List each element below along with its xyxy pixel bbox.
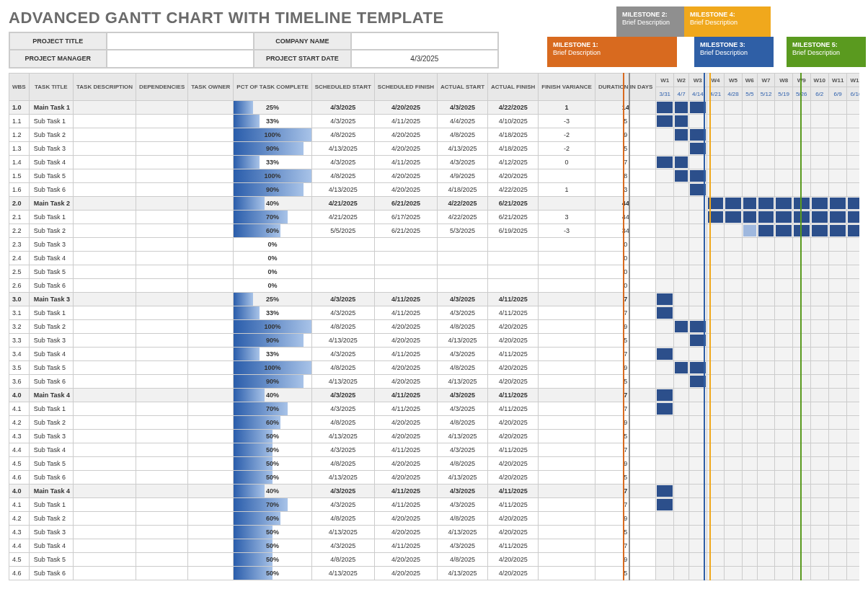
title-cell[interactable]: Main Task 4 [29, 485, 73, 498]
pct-cell[interactable]: 33% [234, 348, 311, 361]
cell[interactable]: 4/13/2025 [438, 334, 488, 348]
gantt-cell[interactable] [656, 211, 674, 224]
cell[interactable]: 4/3/2025 [438, 389, 488, 402]
gantt-cell[interactable] [792, 293, 810, 306]
gantt-cell[interactable] [792, 115, 810, 128]
cell[interactable]: 4/3/2025 [311, 539, 374, 553]
table-row[interactable]: 4.1Sub Task 170%4/3/20254/11/20254/3/202… [9, 402, 860, 416]
gantt-cell[interactable] [656, 156, 674, 169]
cell[interactable]: 4/20/2025 [488, 512, 539, 526]
table-row[interactable]: 1.3Sub Task 390%4/13/20254/20/20254/13/2… [9, 142, 860, 156]
gantt-cell[interactable] [656, 471, 674, 485]
gantt-cell[interactable] [742, 348, 757, 361]
wbs-cell[interactable]: 3.0 [9, 293, 30, 306]
gantt-cell[interactable] [725, 306, 743, 320]
gantt-cell[interactable] [742, 485, 757, 498]
gantt-cell[interactable] [828, 471, 846, 485]
gantt-cell[interactable] [725, 430, 743, 443]
cell[interactable]: 9 [595, 128, 656, 142]
cell[interactable]: 4/8/2025 [438, 416, 488, 430]
title-cell[interactable]: Sub Task 5 [29, 265, 73, 279]
gantt-cell[interactable] [656, 375, 674, 389]
cell[interactable]: -2 [539, 142, 595, 156]
cell[interactable]: 4/18/2025 [488, 128, 539, 142]
gantt-cell[interactable] [775, 142, 793, 156]
cell[interactable] [188, 293, 234, 306]
wbs-cell[interactable]: 3.2 [9, 320, 30, 334]
gantt-cell[interactable] [689, 512, 707, 526]
cell[interactable]: 4/13/2025 [311, 567, 374, 580]
gantt-cell[interactable] [725, 169, 743, 183]
cell[interactable] [74, 211, 136, 224]
cell[interactable]: 6/21/2025 [488, 197, 539, 211]
pct-cell[interactable]: 70% [234, 211, 311, 224]
gantt-cell[interactable] [725, 512, 743, 526]
title-cell[interactable]: Sub Task 4 [29, 539, 73, 553]
gantt-cell[interactable] [757, 498, 775, 512]
gantt-cell[interactable] [689, 430, 707, 443]
gantt-cell[interactable] [656, 389, 674, 402]
gantt-cell[interactable] [847, 156, 859, 169]
table-row[interactable]: 1.2Sub Task 2100%4/8/20254/20/20254/8/20… [9, 128, 860, 142]
cell[interactable] [438, 252, 488, 265]
cell[interactable]: 4/21/2025 [311, 211, 374, 224]
gantt-cell[interactable] [847, 375, 859, 389]
cell[interactable]: 4/20/2025 [374, 553, 437, 567]
gantt-cell[interactable] [689, 293, 707, 306]
gantt-cell[interactable] [792, 416, 810, 430]
title-cell[interactable]: Sub Task 4 [29, 252, 73, 265]
gantt-cell[interactable] [775, 279, 793, 293]
gantt-cell[interactable] [757, 293, 775, 306]
table-row[interactable]: 4.4Sub Task 450%4/3/20254/11/20254/3/202… [9, 443, 860, 457]
gantt-cell[interactable] [828, 156, 846, 169]
title-cell[interactable]: Sub Task 2 [29, 320, 73, 334]
wbs-cell[interactable]: 4.1 [9, 402, 30, 416]
cell[interactable] [539, 306, 595, 320]
cell[interactable]: 4/13/2025 [311, 375, 374, 389]
cell[interactable] [136, 183, 188, 197]
cell[interactable]: 4/8/2025 [438, 320, 488, 334]
gantt-cell[interactable] [828, 197, 846, 211]
title-cell[interactable]: Sub Task 4 [29, 443, 73, 457]
gantt-cell[interactable] [656, 279, 674, 293]
gantt-cell[interactable] [742, 265, 757, 279]
gantt-cell[interactable] [775, 224, 793, 238]
gantt-cell[interactable] [792, 539, 810, 553]
cell[interactable] [74, 402, 136, 416]
gantt-cell[interactable] [775, 238, 793, 252]
field-project-title[interactable] [107, 32, 254, 50]
gantt-cell[interactable] [689, 320, 707, 334]
cell[interactable]: 4/20/2025 [488, 361, 539, 375]
cell[interactable] [74, 485, 136, 498]
cell[interactable]: 4/22/2025 [488, 101, 539, 115]
gantt-cell[interactable] [725, 224, 743, 238]
cell[interactable]: 6/17/2025 [374, 211, 437, 224]
gantt-cell[interactable] [742, 512, 757, 526]
gantt-cell[interactable] [828, 361, 846, 375]
gantt-cell[interactable] [689, 539, 707, 553]
pct-cell[interactable]: 50% [234, 553, 311, 567]
gantt-cell[interactable] [742, 252, 757, 265]
gantt-cell[interactable] [707, 485, 725, 498]
gantt-cell[interactable] [775, 526, 793, 539]
gantt-cell[interactable] [725, 265, 743, 279]
gantt-cell[interactable] [775, 183, 793, 197]
cell[interactable] [136, 224, 188, 238]
cell[interactable] [136, 512, 188, 526]
cell[interactable]: 4/8/2025 [438, 512, 488, 526]
cell[interactable] [74, 128, 136, 142]
cell[interactable] [136, 128, 188, 142]
gantt-cell[interactable] [775, 553, 793, 567]
gantt-cell[interactable] [674, 567, 689, 580]
cell[interactable] [539, 334, 595, 348]
gantt-cell[interactable] [810, 252, 828, 265]
gantt-cell[interactable] [775, 443, 793, 457]
table-row[interactable]: 3.4Sub Task 433%4/3/20254/11/20254/3/202… [9, 348, 860, 361]
cell[interactable] [74, 334, 136, 348]
title-cell[interactable]: Sub Task 3 [29, 430, 73, 443]
gantt-cell[interactable] [656, 512, 674, 526]
cell[interactable]: 4/3/2025 [438, 156, 488, 169]
cell[interactable]: 4/13/2025 [311, 334, 374, 348]
gantt-cell[interactable] [742, 526, 757, 539]
gantt-cell[interactable] [656, 169, 674, 183]
